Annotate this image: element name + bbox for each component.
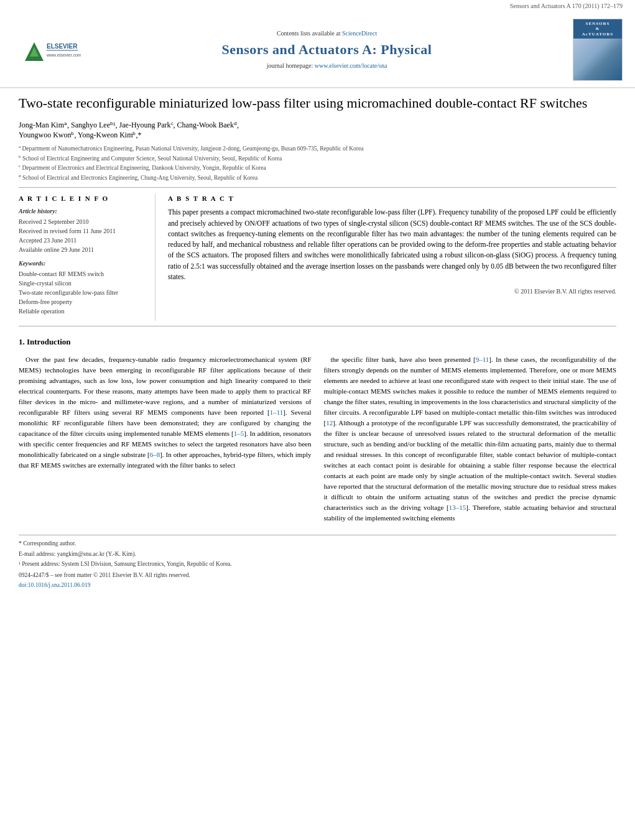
article-history: Article history: Received 2 September 20… — [19, 207, 146, 254]
journal-header: ELSEVIER www.elsevier.com Contents lists… — [0, 12, 635, 88]
affiliations: a Department of Nanomechatronics Enginee… — [19, 144, 616, 182]
journal-title-block: Contents lists available at ScienceDirec… — [93, 29, 560, 71]
article-meta-bar: Sensors and Actuators A 170 (2011) 172–1… — [0, 0, 635, 12]
journal-homepage-url[interactable]: www.elsevier.com/locate/sna — [315, 62, 387, 69]
email-link[interactable]: yangkim@snu.ac.kr — [57, 551, 104, 557]
section-introduction: 1. Introduction Over the past few decade… — [19, 336, 616, 528]
keywords-group: Keywords: Double-contact RF MEMS switch … — [19, 259, 146, 316]
homepage-line: journal homepage: www.elsevier.com/locat… — [93, 62, 560, 70]
email-line: E-mail address: yangkim@snu.ac.kr (Y.-K.… — [19, 550, 616, 558]
article-info-label: A R T I C L E I N F O — [19, 194, 146, 203]
intro-para-right: the specific filter bank, have also been… — [324, 354, 617, 524]
sciencedirect-link[interactable]: ScienceDirect — [342, 30, 377, 37]
divider — [19, 187, 616, 188]
authors-line: Jong-Man Kimᵃ, Sanghyo Leeᵇ¹, Jae-Hyoung… — [19, 120, 616, 141]
section-title: 1. Introduction — [19, 336, 616, 348]
corresponding-author: * Corresponding author. — [19, 539, 616, 548]
abstract-section: A B S T R A C T This paper presents a co… — [168, 194, 616, 321]
footnote1: ¹ Present address: System LSI Division, … — [19, 560, 616, 568]
sensors-cover-image — [573, 39, 622, 80]
sensors-cover: SENSORS&AcTUATORS — [573, 19, 623, 81]
article-content: Two-state reconfigurable miniaturized lo… — [0, 88, 635, 604]
introduction-body: Over the past few decades, frequency-tun… — [19, 354, 616, 529]
contents-line: Contents lists available at ScienceDirec… — [93, 29, 560, 38]
footnotes: * Corresponding author. E-mail address: … — [19, 535, 616, 589]
dates: Received 2 September 2010 Received in re… — [19, 217, 146, 254]
abstract-text: This paper presents a compact micromachi… — [168, 207, 616, 282]
article-info: A R T I C L E I N F O Article history: R… — [19, 194, 155, 321]
article-title: Two-state reconfigurable miniaturized lo… — [19, 95, 616, 113]
intro-col-right: the specific filter bank, have also been… — [324, 354, 617, 529]
copyright: © 2011 Elsevier B.V. All rights reserved… — [168, 287, 616, 296]
keywords-list: Double-contact RF MEMS switch Single-cry… — [19, 269, 146, 316]
keywords-label: Keywords: — [19, 259, 146, 268]
doi-line: doi:10.1016/j.sna.2011.06.019 — [19, 581, 616, 589]
issn-line: 0924-4247/$ – see front matter © 2011 El… — [19, 571, 616, 579]
svg-text:ELSEVIER: ELSEVIER — [47, 43, 78, 50]
history-label: Article history: — [19, 207, 146, 216]
divider2 — [19, 326, 616, 326]
journal-citation: Sensors and Actuators A 170 (2011) 172–1… — [510, 2, 623, 9]
svg-text:www.elsevier.com: www.elsevier.com — [46, 53, 81, 57]
article-info-abstract: A R T I C L E I N F O Article history: R… — [19, 194, 616, 321]
intro-para-left: Over the past few decades, frequency-tun… — [19, 354, 312, 471]
page-wrapper: Sensors and Actuators A 170 (2011) 172–1… — [0, 0, 635, 604]
intro-col-left: Over the past few decades, frequency-tun… — [19, 354, 312, 529]
journal-title: Sensors and Actuators A: Physical — [93, 40, 560, 60]
sensors-cover-label: SENSORS&AcTUATORS — [573, 19, 622, 39]
elsevier-logo: ELSEVIER www.elsevier.com — [12, 33, 81, 67]
abstract-label: A B S T R A C T — [168, 194, 616, 203]
